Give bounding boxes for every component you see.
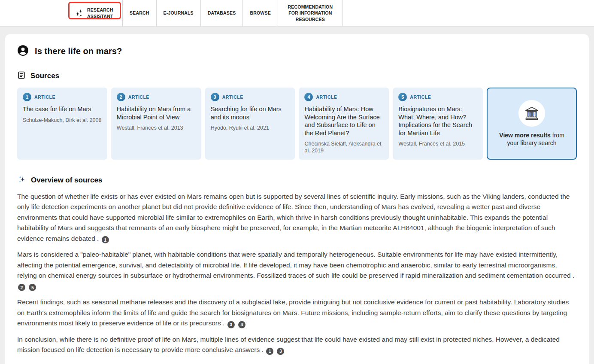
citation-badge[interactable]: 3 bbox=[227, 321, 235, 328]
paragraph-text: Mars is considered a "paleo-habitable" p… bbox=[17, 251, 574, 279]
source-type-label: ARTICLE bbox=[222, 94, 243, 100]
tab-browse[interactable]: BROWSE bbox=[243, 0, 278, 26]
tab-research-assistant[interactable]: RESEARCH ASSISTANT bbox=[68, 0, 123, 26]
research-assistant-panel: Is there life on mars? Sources 1 ARTICLE… bbox=[5, 34, 589, 364]
tab-label: SEARCH bbox=[130, 10, 149, 16]
source-title: The case for life on Mars bbox=[23, 105, 102, 113]
tab-search[interactable]: SEARCH bbox=[123, 0, 157, 26]
library-icon bbox=[518, 100, 545, 127]
source-cards-row: 1 ARTICLE The case for life on Mars Schu… bbox=[17, 88, 577, 160]
sources-icon bbox=[17, 71, 26, 81]
citation-badge[interactable]: 5 bbox=[29, 284, 36, 291]
tab-label: RECOMMENDATION FOR INFORMATION RESOURCES bbox=[285, 4, 336, 22]
source-number-badge: 5 bbox=[398, 93, 407, 101]
source-type-label: ARTICLE bbox=[410, 94, 431, 100]
source-number-badge: 1 bbox=[23, 93, 31, 101]
citation-badge[interactable]: 3 bbox=[277, 348, 284, 355]
source-authors: Westall, Frances et al. 2015 bbox=[398, 140, 477, 147]
view-more-results-card[interactable]: View more results from your library sear… bbox=[487, 88, 577, 160]
source-authors: Hyodo, Ryuki et al. 2021 bbox=[211, 124, 290, 131]
source-card-1[interactable]: 1 ARTICLE The case for life on Mars Schu… bbox=[17, 88, 107, 160]
view-more-bold: View more results bbox=[499, 132, 551, 139]
source-number-badge: 4 bbox=[304, 93, 313, 101]
tab-label: RESEARCH ASSISTANT bbox=[87, 7, 115, 19]
citation-badge[interactable]: 2 bbox=[18, 284, 25, 291]
tab-label: BROWSE bbox=[250, 10, 270, 16]
source-title: Biosignatures on Mars: What, Where, and … bbox=[398, 105, 477, 137]
source-type-label: ARTICLE bbox=[316, 94, 337, 100]
source-card-4[interactable]: 4 ARTICLE Habitability of Mars: How Welc… bbox=[299, 88, 389, 160]
tab-databases[interactable]: DATABASES bbox=[201, 0, 243, 26]
sources-heading: Sources bbox=[30, 72, 59, 80]
paragraph-text: In conclusion, while there is no definit… bbox=[17, 336, 560, 353]
user-avatar-icon bbox=[17, 45, 29, 58]
source-number-badge: 2 bbox=[117, 93, 125, 101]
query-title: Is there life on mars? bbox=[35, 46, 122, 56]
source-card-3[interactable]: 3 ARTICLE Searching for life on Mars and… bbox=[205, 88, 295, 160]
source-type-label: ARTICLE bbox=[128, 94, 149, 100]
overview-paragraph-1: The question of whether life exists or h… bbox=[17, 191, 577, 244]
tab-e-journals[interactable]: E-JOURNALS bbox=[157, 0, 201, 26]
citation-badge[interactable]: 1 bbox=[266, 348, 273, 355]
source-card-5[interactable]: 5 ARTICLE Biosignatures on Mars: What, W… bbox=[393, 88, 483, 160]
source-type-label: ARTICLE bbox=[34, 94, 55, 100]
source-title: Habitability on Mars from a Microbial Po… bbox=[117, 105, 196, 121]
citation-badge[interactable]: 4 bbox=[238, 321, 245, 328]
source-authors: Checinska Sielaff, Aleksandra et al. 201… bbox=[304, 140, 383, 155]
tab-recommendation-resources[interactable]: RECOMMENDATION FOR INFORMATION RESOURCES bbox=[278, 0, 343, 26]
overview-paragraph-4: In conclusion, while there is no definit… bbox=[17, 334, 577, 355]
tab-label: DATABASES bbox=[208, 10, 236, 16]
overview-header: Overview of sources bbox=[17, 175, 577, 186]
view-more-text: View more results from your library sear… bbox=[493, 131, 570, 147]
top-navigation-bar: RESEARCH ASSISTANT SEARCH E-JOURNALS DAT… bbox=[0, 0, 594, 27]
sparkles-icon bbox=[75, 9, 84, 18]
source-card-2[interactable]: 2 ARTICLE Habitability on Mars from a Mi… bbox=[111, 88, 201, 160]
citation-badge[interactable]: 1 bbox=[102, 236, 109, 243]
source-number-badge: 3 bbox=[211, 93, 219, 101]
overview-paragraph-2: Mars is considered a "paleo-habitable" p… bbox=[17, 249, 577, 291]
user-query-row: Is there life on mars? bbox=[17, 45, 577, 58]
source-authors: Schulze-Makuch, Dirk et al. 2008 bbox=[23, 117, 102, 124]
page-background: Is there life on mars? Sources 1 ARTICLE… bbox=[0, 27, 594, 364]
tab-label: E-JOURNALS bbox=[164, 10, 194, 16]
overview-paragraph-3: Recent findings, such as seasonal methan… bbox=[17, 297, 577, 328]
sources-header: Sources bbox=[17, 71, 577, 81]
paragraph-text: The question of whether life exists or h… bbox=[17, 193, 570, 242]
overview-heading: Overview of sources bbox=[31, 176, 102, 185]
source-authors: Westall, Frances et al. 2013 bbox=[117, 124, 196, 131]
paragraph-text: Recent findings, such as seasonal methan… bbox=[17, 298, 569, 327]
source-title: Searching for life on Mars and its moons bbox=[211, 105, 290, 121]
sparkles-icon bbox=[17, 175, 26, 186]
source-title: Habitability of Mars: How Welcoming Are … bbox=[304, 105, 383, 137]
